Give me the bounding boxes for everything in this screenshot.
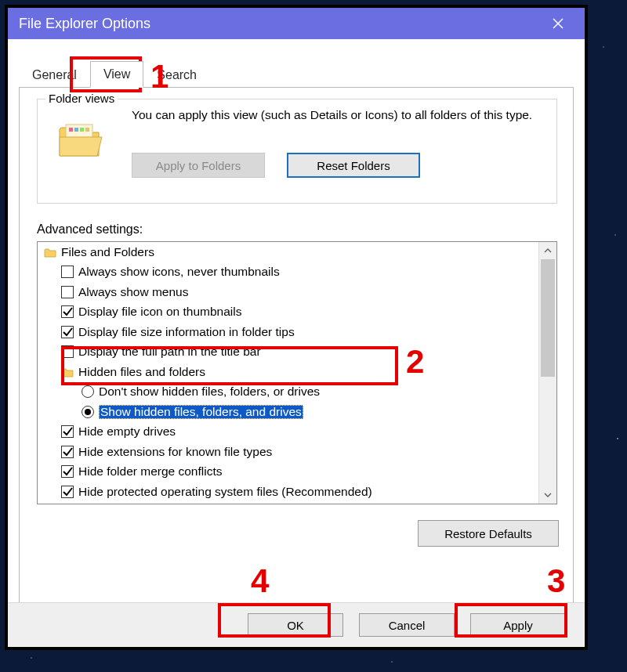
tree-item-label: Display file icon on thumbnails (78, 305, 242, 319)
tree-item-label: Display file size information in folder … (78, 325, 295, 339)
apply-to-folders-button: Apply to Folders (132, 153, 265, 178)
svg-rect-1 (69, 128, 73, 132)
svg-rect-3 (80, 128, 84, 132)
tree-checkbox-item[interactable]: Display the full path in the title bar (38, 342, 539, 363)
radio-icon (82, 406, 94, 418)
folder-icon (58, 121, 103, 159)
close-button[interactable] (542, 8, 574, 39)
radio-label-selected: Show hidden files, folders, and drives (99, 405, 303, 419)
tree-checkbox-item[interactable]: Hide folder merge conflicts (38, 462, 539, 482)
tree-subfolder-hidden[interactable]: Hidden files and folders (38, 362, 539, 382)
reset-folders-button[interactable]: Reset Folders (287, 153, 420, 178)
checkbox-checked-icon (61, 305, 74, 318)
checkbox-unchecked-icon (61, 286, 74, 298)
tree-item-label: Display the full path in the title bar (78, 345, 261, 359)
tree-item-label: Hide empty drives (78, 425, 176, 439)
tree-checkbox-item[interactable]: Always show icons, never thumbnails (38, 262, 539, 283)
tree-item-label: Hide protected operating system files (R… (78, 485, 372, 499)
folder-views-group: Folder views You can apply this view (su… (37, 99, 557, 204)
tree-item-label: Hide extensions for known file types (78, 445, 272, 459)
tree-checkbox-item[interactable]: Hide extensions for known file types (38, 442, 539, 462)
tree-checkbox-item[interactable]: Display file icon on thumbnails (38, 302, 539, 323)
checkbox-checked-icon (61, 425, 74, 438)
dialog-button-row: OK Cancel Apply (8, 602, 585, 647)
titlebar: File Explorer Options (8, 8, 585, 39)
dialog-window: File Explorer Options General View Searc… (5, 5, 588, 650)
tab-page-view: Folder views You can apply this view (su… (19, 87, 574, 633)
scroll-down-button[interactable] (539, 486, 556, 504)
checkbox-checked-icon (61, 326, 74, 338)
svg-rect-2 (74, 128, 78, 132)
scroll-thumb[interactable] (541, 259, 555, 377)
chevron-up-icon (544, 247, 552, 255)
restore-defaults-button[interactable]: Restore Defaults (418, 520, 559, 547)
checkbox-checked-icon (61, 465, 74, 478)
radio-show-hidden[interactable]: Show hidden files, folders, and drives (38, 402, 539, 422)
svg-rect-4 (85, 128, 89, 132)
tree-checkbox-item[interactable]: Hide protected operating system files (R… (38, 482, 539, 502)
ok-button[interactable]: OK (248, 613, 343, 637)
radio-label: Don't show hidden files, folders, or dri… (99, 385, 320, 399)
folder-mini-icon (61, 367, 74, 378)
folder-views-description: You can apply this view (such as Details… (132, 107, 539, 122)
checkbox-checked-icon (61, 486, 74, 498)
radio-dont-show-hidden[interactable]: Don't show hidden files, folders, or dri… (38, 382, 539, 403)
apply-button[interactable]: Apply (470, 613, 566, 637)
tab-strip: General View Search (19, 61, 210, 88)
tree-checkbox-item[interactable]: Display file size information in folder … (38, 322, 539, 342)
tab-view[interactable]: View (90, 61, 143, 88)
tree-checkbox-item[interactable]: Always show menus (38, 282, 539, 302)
tree-hidden-group-label: Hidden files and folders (78, 365, 205, 379)
folder-mini-icon (44, 247, 56, 258)
tree-item-label: Always show icons, never thumbnails (78, 265, 280, 279)
scrollbar[interactable] (538, 242, 556, 504)
tree-folder-root[interactable]: Files and Folders (38, 242, 539, 262)
tree-item-label: Always show menus (78, 285, 188, 299)
cancel-button[interactable]: Cancel (359, 613, 455, 637)
checkbox-unchecked-icon (61, 345, 74, 358)
tree-item-label: Hide folder merge conflicts (78, 464, 223, 479)
radio-icon (82, 385, 94, 398)
close-icon (552, 17, 564, 30)
folder-views-legend: Folder views (45, 92, 118, 105)
tree-checkbox-item[interactable]: Hide empty drives (38, 422, 539, 443)
tree-root-label: Files and Folders (61, 245, 154, 259)
checkbox-unchecked-icon (61, 266, 74, 278)
advanced-settings-list[interactable]: Files and Folders Always show icons, nev… (37, 241, 557, 504)
tab-search[interactable]: Search (143, 62, 210, 88)
checkbox-checked-icon (61, 446, 74, 458)
client-area: General View Search Folder views You can… (8, 39, 585, 647)
window-title: File Explorer Options (19, 16, 150, 32)
advanced-settings-label: Advanced settings: (37, 222, 143, 237)
chevron-down-icon (544, 491, 552, 499)
scroll-up-button[interactable] (539, 242, 556, 259)
tab-general[interactable]: General (19, 62, 90, 88)
